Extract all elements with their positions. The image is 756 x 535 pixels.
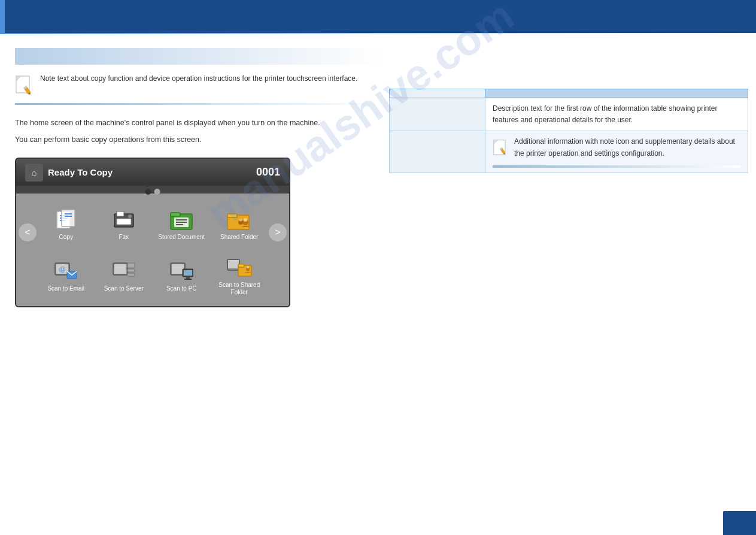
fax-label: Fax [119, 234, 129, 241]
scan-shared-folder-label: Scan to Shared Folder [211, 282, 269, 296]
note-area: Note text about copy function and device… [15, 69, 380, 98]
svg-rect-14 [117, 219, 131, 225]
svg-rect-36 [127, 273, 135, 276]
svg-rect-9 [62, 210, 75, 226]
scan-pc-icon [168, 259, 195, 283]
icon-item-shared-folder[interactable]: Shared Folder [211, 198, 269, 250]
svg-point-49 [247, 266, 249, 268]
section-header [15, 48, 380, 65]
fax-icon [110, 208, 138, 232]
svg-rect-34 [127, 263, 135, 268]
body-text-line2: You can perform basic copy operations fr… [15, 134, 380, 146]
scan-email-icon: @ [52, 259, 80, 283]
svg-rect-17 [171, 213, 180, 216]
svg-rect-33 [114, 264, 126, 274]
note-text: Note text about copy function and device… [40, 73, 357, 84]
device-title-bar: ⌂ Ready To Copy 0001 [16, 159, 289, 186]
dot-active [145, 189, 151, 195]
bottom-section-line [15, 103, 380, 105]
scan-server-icon [110, 259, 138, 283]
svg-rect-43 [184, 279, 192, 280]
svg-rect-19 [176, 219, 187, 220]
svg-rect-10 [65, 213, 72, 214]
device-screen: ⌂ Ready To Copy 0001 1 < [15, 158, 290, 307]
divider-line [0, 33, 756, 34]
table-row-1: Description text for the first row of th… [390, 98, 748, 131]
info-table: Description text for the first row of th… [389, 89, 748, 173]
svg-rect-23 [227, 214, 237, 217]
svg-text:@: @ [59, 265, 66, 273]
svg-point-27 [239, 218, 242, 221]
home-icon-box[interactable]: ⌂ [25, 164, 43, 182]
stored-document-label: Stored Document [158, 234, 205, 241]
table-cell-2-left [390, 131, 485, 173]
svg-rect-35 [127, 269, 135, 272]
table-header-col1 [390, 89, 485, 98]
dot-inactive [154, 189, 160, 195]
icon-item-fax[interactable]: Fax [95, 198, 153, 250]
body-text-line1: The home screen of the machine's control… [15, 117, 380, 129]
svg-rect-45 [228, 260, 239, 268]
nav-arrow-right[interactable]: > [269, 223, 287, 241]
icon-item-stored-document[interactable]: Stored Document [153, 198, 211, 250]
table-row-2: Additional information with note icon an… [390, 131, 748, 173]
scan-pc-label: Scan to PC [166, 285, 197, 292]
top-bar-accent [0, 0, 5, 33]
dot-number: 1 [145, 181, 149, 188]
scan-shared-folder-icon [226, 256, 253, 280]
dot-indicators: 1 [145, 189, 160, 195]
scan-email-label: Scan to Email [47, 285, 84, 292]
svg-rect-20 [176, 222, 187, 223]
svg-rect-13 [117, 211, 124, 216]
shared-folder-label: Shared Folder [220, 234, 258, 241]
bottom-bar [723, 511, 756, 535]
svg-rect-21 [176, 224, 183, 225]
copy-icon [52, 208, 80, 232]
body-text-area: The home screen of the machine's control… [15, 117, 380, 146]
home-icon: ⌂ [32, 168, 37, 177]
table-cell-2-right: Additional information with note icon an… [485, 131, 748, 173]
table-note-text: Additional information with note icon an… [514, 136, 740, 159]
icon-grid: Copy Fax [16, 194, 289, 306]
scan-server-label: Scan to Server [104, 285, 144, 292]
stored-document-icon [168, 208, 195, 232]
icon-item-scan-server[interactable]: Scan to Server [95, 250, 153, 301]
left-panel: Note text about copy function and device… [15, 48, 380, 307]
svg-rect-41 [184, 270, 192, 276]
device-title-bar-left: ⌂ Ready To Copy [25, 164, 113, 182]
icon-item-copy[interactable]: Copy [37, 198, 95, 250]
top-bar [0, 0, 756, 33]
copy-label: Copy [59, 234, 73, 241]
note-icon [15, 73, 34, 95]
svg-point-25 [244, 218, 247, 222]
device-title-text: Ready To Copy [48, 167, 113, 177]
table-cell-1-right: Description text for the first row of th… [485, 98, 748, 131]
shared-folder-icon [226, 208, 253, 232]
device-page-number: 0001 [256, 166, 280, 179]
table-header-col2 [485, 89, 748, 98]
table-cell-1-left [390, 98, 485, 131]
svg-rect-11 [65, 216, 72, 217]
icon-item-scan-email[interactable]: @ Scan to Email [37, 250, 95, 301]
svg-rect-39 [172, 264, 184, 274]
table-note-icon [493, 137, 509, 159]
svg-rect-47 [238, 264, 244, 267]
icon-item-scan-pc[interactable]: Scan to PC [153, 250, 211, 301]
right-panel: Description text for the first row of th… [389, 89, 748, 173]
svg-rect-42 [186, 277, 190, 279]
icon-item-scan-shared-folder[interactable]: Scan to Shared Folder [211, 250, 269, 301]
nav-arrow-left[interactable]: < [19, 223, 37, 241]
svg-point-15 [128, 214, 132, 218]
